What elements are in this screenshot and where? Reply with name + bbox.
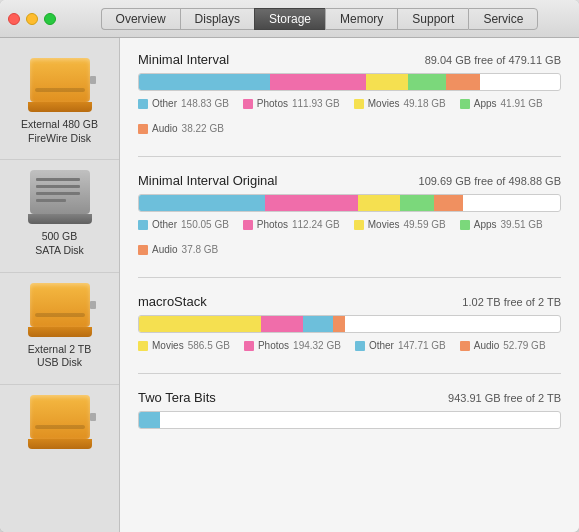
legend-label-other-3: Other [369, 340, 394, 351]
storage-header-1: Minimal Interval 89.04 GB free of 479.11… [138, 52, 561, 67]
legend-label-audio-3: Audio [474, 340, 500, 351]
tab-support[interactable]: Support [397, 8, 468, 30]
legend-dot-audio-3 [460, 341, 470, 351]
bar-apps-2 [400, 195, 434, 211]
legend-item-photos-2: Photos 112.24 GB [243, 219, 340, 230]
storage-bar-4 [138, 411, 561, 429]
legend-item-movies-3: Movies 586.5 GB [138, 340, 230, 351]
legend-item-apps-2: Apps 39.51 GB [460, 219, 543, 230]
bar-audio-3 [333, 316, 346, 332]
bar-other-1 [139, 74, 270, 90]
legend-dot-photos-3 [244, 341, 254, 351]
storage-bar-2 [138, 194, 561, 212]
maximize-button[interactable] [44, 13, 56, 25]
bar-seg-4 [139, 412, 160, 428]
legend-dot-photos-2 [243, 220, 253, 230]
storage-title-1: Minimal Interval [138, 52, 229, 67]
legend-value-photos-2: 112.24 GB [292, 219, 340, 230]
legend-label-photos-1: Photos [257, 98, 288, 109]
bar-other-3 [303, 316, 332, 332]
main-panel: Minimal Interval 89.04 GB free of 479.11… [120, 38, 579, 532]
storage-title-2: Minimal Interval Original [138, 173, 277, 188]
legend-label-apps-1: Apps [474, 98, 497, 109]
legend-dot-photos-1 [243, 99, 253, 109]
legend-label-photos-3: Photos [258, 340, 289, 351]
legend-item-movies-1: Movies 49.18 GB [354, 98, 446, 109]
legend-3: Movies 586.5 GB Photos 194.32 GB Other 1… [138, 340, 561, 351]
disk-item-3[interactable]: External 2 TBUSB Disk [0, 273, 119, 385]
bar-photos-1 [270, 74, 367, 90]
legend-value-movies-3: 586.5 GB [188, 340, 230, 351]
close-button[interactable] [8, 13, 20, 25]
legend-item-audio-1: Audio 38.22 GB [138, 123, 224, 134]
divider-3 [138, 373, 561, 374]
legend-value-other-1: 148.83 GB [181, 98, 229, 109]
legend-dot-movies-2 [354, 220, 364, 230]
legend-label-movies-3: Movies [152, 340, 184, 351]
tab-memory[interactable]: Memory [325, 8, 397, 30]
legend-dot-apps-1 [460, 99, 470, 109]
legend-label-movies-1: Movies [368, 98, 400, 109]
legend-label-audio-1: Audio [152, 123, 178, 134]
titlebar: Overview Displays Storage Memory Support… [0, 0, 579, 38]
bar-movies-1 [366, 74, 408, 90]
disk-sidebar: External 480 GBFireWire Disk 500 GBSATA … [0, 38, 120, 532]
legend-value-audio-3: 52.79 GB [503, 340, 545, 351]
legend-value-movies-2: 49.59 GB [403, 219, 445, 230]
bar-other-2 [139, 195, 265, 211]
storage-item-2: Minimal Interval Original 109.69 GB free… [138, 173, 561, 255]
storage-free-3: 1.02 TB free of 2 TB [462, 296, 561, 308]
storage-header-3: macroStack 1.02 TB free of 2 TB [138, 294, 561, 309]
legend-item-photos-3: Photos 194.32 GB [244, 340, 341, 351]
disk-icon-4 [28, 395, 92, 449]
legend-dot-movies-1 [354, 99, 364, 109]
legend-value-audio-2: 37.8 GB [182, 244, 219, 255]
disk-label-3: External 2 TBUSB Disk [28, 343, 91, 370]
disk-item-4[interactable] [0, 385, 119, 461]
legend-2: Other 150.05 GB Photos 112.24 GB Movies … [138, 219, 561, 255]
legend-item-other-2: Other 150.05 GB [138, 219, 229, 230]
legend-value-photos-3: 194.32 GB [293, 340, 341, 351]
legend-dot-apps-2 [460, 220, 470, 230]
legend-value-movies-1: 49.18 GB [403, 98, 445, 109]
content-area: External 480 GBFireWire Disk 500 GBSATA … [0, 38, 579, 532]
bar-photos-3 [261, 316, 303, 332]
storage-title-3: macroStack [138, 294, 207, 309]
storage-title-4: Two Tera Bits [138, 390, 216, 405]
disk-item-2[interactable]: 500 GBSATA Disk [0, 160, 119, 272]
minimize-button[interactable] [26, 13, 38, 25]
legend-item-audio-2: Audio 37.8 GB [138, 244, 218, 255]
legend-value-apps-1: 41.91 GB [501, 98, 543, 109]
legend-value-apps-2: 39.51 GB [501, 219, 543, 230]
tab-displays[interactable]: Displays [180, 8, 254, 30]
storage-free-4: 943.91 GB free of 2 TB [448, 392, 561, 404]
legend-label-audio-2: Audio [152, 244, 178, 255]
tab-overview[interactable]: Overview [101, 8, 180, 30]
legend-label-other-2: Other [152, 219, 177, 230]
tab-service[interactable]: Service [468, 8, 538, 30]
disk-item-1[interactable]: External 480 GBFireWire Disk [0, 48, 119, 160]
legend-1: Other 148.83 GB Photos 111.93 GB Movies … [138, 98, 561, 134]
legend-dot-movies-3 [138, 341, 148, 351]
legend-dot-audio-2 [138, 245, 148, 255]
storage-bar-3 [138, 315, 561, 333]
disk-icon-3 [28, 283, 92, 337]
divider-1 [138, 156, 561, 157]
legend-item-other-3: Other 147.71 GB [355, 340, 446, 351]
traffic-lights [8, 13, 56, 25]
legend-value-other-3: 147.71 GB [398, 340, 446, 351]
bar-movies-2 [358, 195, 400, 211]
legend-item-other-1: Other 148.83 GB [138, 98, 229, 109]
bar-apps-1 [408, 74, 446, 90]
legend-item-audio-3: Audio 52.79 GB [460, 340, 546, 351]
tab-bar: Overview Displays Storage Memory Support… [68, 8, 571, 30]
legend-dot-other-2 [138, 220, 148, 230]
legend-dot-other-3 [355, 341, 365, 351]
bar-audio-2 [434, 195, 463, 211]
legend-item-apps-1: Apps 41.91 GB [460, 98, 543, 109]
bar-photos-2 [265, 195, 358, 211]
legend-item-movies-2: Movies 49.59 GB [354, 219, 446, 230]
storage-header-4: Two Tera Bits 943.91 GB free of 2 TB [138, 390, 561, 405]
disk-icon-2 [28, 170, 92, 224]
tab-storage[interactable]: Storage [254, 8, 325, 30]
